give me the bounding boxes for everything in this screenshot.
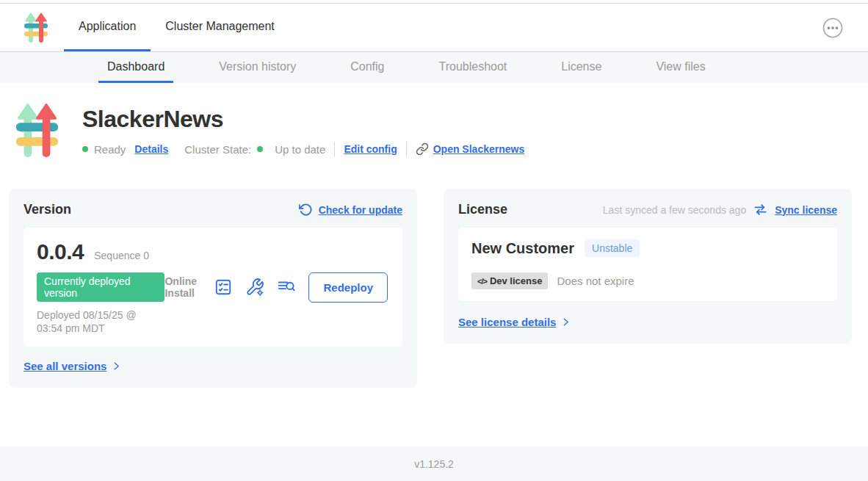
chevron-right-icon xyxy=(561,317,571,327)
deployed-timestamp: Deployed 08/15/25 @ 03:54 pm MDT xyxy=(37,308,164,335)
cluster-state-label: Cluster State: xyxy=(184,143,251,156)
subnav-config[interactable]: Config xyxy=(341,52,393,83)
license-type-text: Dev license xyxy=(490,275,543,286)
app-status-row: Ready Details Cluster State: Up to date … xyxy=(82,142,524,156)
deploy-logs-icon[interactable] xyxy=(277,278,296,297)
dashboard-main: SlackerNews Ready Details Cluster State:… xyxy=(0,83,868,446)
version-card: Version Check for update 0.0.4 Sequence … xyxy=(9,189,417,388)
code-icon: </> xyxy=(477,277,487,286)
divider xyxy=(334,142,335,156)
top-nav: Application Cluster Management xyxy=(0,4,868,51)
console-footer: v1.125.2 xyxy=(0,446,868,481)
subnav-view-files[interactable]: View files xyxy=(647,52,714,83)
app-status-dot xyxy=(82,146,88,152)
open-app-group[interactable]: Open Slackernews xyxy=(416,142,525,156)
preflight-checklist-icon[interactable] xyxy=(214,278,233,297)
refresh-icon xyxy=(299,203,313,217)
app-header: SlackerNews Ready Details Cluster State:… xyxy=(0,83,868,160)
channel-badge: Unstable xyxy=(585,239,640,257)
slackernews-logo-icon xyxy=(23,12,48,44)
subnav-dashboard[interactable]: Dashboard xyxy=(98,52,173,83)
see-license-details-group[interactable]: See license details xyxy=(458,316,571,328)
version-number: 0.0.4 xyxy=(37,239,84,264)
edit-config-link[interactable]: Edit config xyxy=(344,143,397,155)
current-version-panel: 0.0.4 Sequence 0 Currently deployed vers… xyxy=(23,228,402,347)
cluster-state-dot xyxy=(257,146,263,152)
last-synced-text: Last synced a few seconds ago xyxy=(603,204,746,216)
app-status-text: Ready xyxy=(94,143,126,156)
chevron-right-icon xyxy=(112,361,121,371)
license-card: License Last synced a few seconds ago Sy… xyxy=(444,189,852,344)
sync-license-link[interactable]: Sync license xyxy=(775,204,837,216)
console-version: v1.125.2 xyxy=(414,458,454,470)
install-type-label: Online Install xyxy=(164,275,201,299)
config-wrench-icon[interactable] xyxy=(245,278,264,297)
dashboard-cards: Version Check for update 0.0.4 Sequence … xyxy=(9,189,852,388)
top-nav-tabs: Application Cluster Management xyxy=(64,4,289,51)
check-for-update-group[interactable]: Check for update xyxy=(299,203,402,217)
license-expiry-text: Does not expire xyxy=(557,275,634,287)
app-sub-nav: Dashboard Version history Config Trouble… xyxy=(0,51,868,83)
license-detail-panel: New Customer Unstable </> Dev license Do… xyxy=(458,228,837,301)
customer-name: New Customer xyxy=(471,240,574,257)
ellipsis-circle-icon xyxy=(822,17,844,39)
open-slackernews-link[interactable]: Open Slackernews xyxy=(433,143,525,155)
app-logo-icon xyxy=(15,101,59,160)
link-chain-icon xyxy=(416,142,429,156)
check-for-update-link[interactable]: Check for update xyxy=(319,204,402,216)
sync-icon xyxy=(753,203,767,216)
overflow-menu-button[interactable] xyxy=(822,17,844,39)
license-card-title: License xyxy=(458,202,507,217)
details-link[interactable]: Details xyxy=(134,143,168,155)
redeploy-button[interactable]: Redeploy xyxy=(308,272,388,303)
see-all-versions-link[interactable]: See all versions xyxy=(23,360,106,372)
sequence-label: Sequence 0 xyxy=(94,250,149,261)
version-card-title: Version xyxy=(23,202,71,217)
page-title: SlackerNews xyxy=(82,106,524,133)
currently-deployed-badge: Currently deployed version xyxy=(37,272,164,302)
tab-cluster-management[interactable]: Cluster Management xyxy=(151,4,289,51)
subnav-troubleshoot[interactable]: Troubleshoot xyxy=(430,52,516,83)
license-type-badge: </> Dev license xyxy=(471,272,548,289)
subnav-license[interactable]: License xyxy=(552,52,610,83)
subnav-version-history[interactable]: Version history xyxy=(210,52,305,83)
tab-application[interactable]: Application xyxy=(64,4,151,51)
see-license-details-link[interactable]: See license details xyxy=(458,316,556,328)
divider xyxy=(406,142,407,156)
see-all-versions-group[interactable]: See all versions xyxy=(23,360,121,372)
cluster-state-value: Up to date xyxy=(275,143,325,156)
